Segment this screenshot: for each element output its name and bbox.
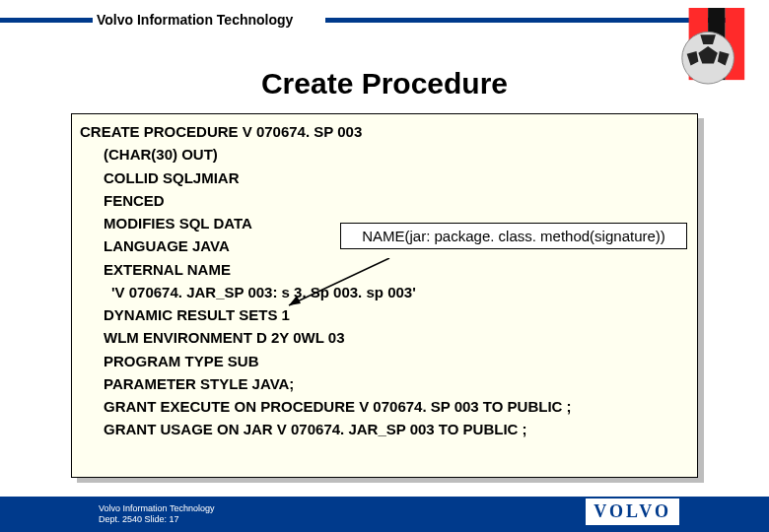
code-line: WLM ENVIRONMENT D 2Y 0WL 03: [80, 326, 689, 349]
volvo-logo: VOLVO: [585, 498, 680, 526]
volvo-logo-text: VOLVO: [594, 501, 671, 521]
code-line: GRANT EXECUTE ON PROCEDURE V 070674. SP …: [80, 395, 689, 418]
code-line: GRANT USAGE ON JAR V 070674. JAR_SP 003 …: [80, 418, 689, 440]
code-line: FENCED: [80, 189, 689, 212]
code-line: COLLID SQLJMIAR: [80, 166, 689, 189]
slide-header: Volvo Information Technology: [0, 0, 769, 30]
code-line: CREATE PROCEDURE V 070674. SP 003: [80, 120, 689, 143]
header-rule-right: [325, 18, 730, 23]
code-line: (CHAR(30) OUT): [80, 143, 689, 166]
svg-line-8: [289, 258, 389, 305]
name-format-callout: NAME(jar: package. class. method(signatu…: [340, 223, 687, 249]
footer-text: Volvo Information Technology Dept. 2540 …: [99, 503, 214, 525]
soccer-ball-graphic: [678, 8, 747, 85]
footer-line-2: Dept. 2540 Slide: 17: [99, 514, 214, 525]
svg-marker-9: [289, 296, 301, 305]
footer-line-1: Volvo Information Technology: [99, 503, 214, 514]
callout-arrow: [281, 258, 399, 317]
code-line: PROGRAM TYPE SUB: [80, 350, 689, 372]
header-org-name: Volvo Information Technology: [97, 12, 293, 28]
header-rule-left: [0, 18, 93, 23]
code-line: PARAMETER STYLE JAVA;: [80, 372, 689, 395]
footer-bar: Volvo Information Technology Dept. 2540 …: [0, 497, 769, 532]
slide-title: Create Procedure: [0, 67, 769, 100]
